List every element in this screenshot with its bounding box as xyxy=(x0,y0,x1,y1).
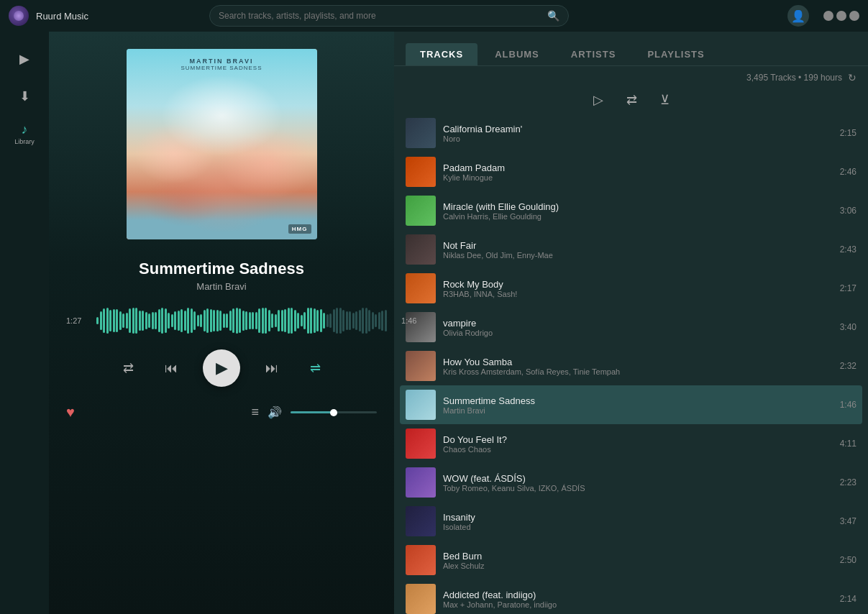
track-duration: 3:40 xyxy=(840,322,856,332)
track-info: Miracle (with Ellie Goulding)Calvin Harr… xyxy=(443,201,833,221)
waveform-bar xyxy=(232,308,234,334)
waveform[interactable] xyxy=(96,306,387,335)
track-item[interactable]: InsanityIsolated3:47 xyxy=(400,502,862,541)
track-item[interactable]: How You SambaKris Kross Amsterdam, Sofía… xyxy=(400,347,862,385)
waveform-bar xyxy=(372,312,374,329)
play-all-button[interactable]: ▷ xyxy=(593,92,603,108)
titlebar: Ruurd Music 🔍 👤 xyxy=(0,0,868,32)
track-duration: 2:15 xyxy=(840,128,856,138)
waveform-bar xyxy=(385,310,387,331)
album-art-image: MARTIN BRAVI SUMMERTIME SADNESS HMG xyxy=(127,49,317,239)
waveform-bar xyxy=(368,310,370,332)
track-count: 3,495 Tracks • 199 hours xyxy=(746,73,842,83)
shuffle-all-button[interactable]: ⇄ xyxy=(626,92,637,108)
tab-tracks[interactable]: TRACKS xyxy=(406,43,478,65)
track-duration: 3:47 xyxy=(840,516,856,526)
next-button[interactable]: ⏭ xyxy=(260,357,283,380)
close-button[interactable] xyxy=(849,11,859,21)
waveform-bar xyxy=(158,309,160,333)
track-info: Rock My BodyR3HAB, INNA, Sash! xyxy=(443,279,833,298)
waveform-bar xyxy=(116,309,118,333)
waveform-bar xyxy=(278,310,280,331)
library-label: Library xyxy=(14,138,35,145)
right-panel: TRACKS ALBUMS ARTISTS PLAYLISTS 3,495 Tr… xyxy=(394,32,868,614)
waveform-bar xyxy=(252,312,254,330)
track-item[interactable]: Rock My BodyR3HAB, INNA, Sash!2:17 xyxy=(400,269,862,308)
refresh-button[interactable]: ↻ xyxy=(848,72,856,83)
titlebar-right: 👤 xyxy=(787,5,859,27)
track-thumbnail xyxy=(406,157,436,187)
waveform-bar xyxy=(213,310,215,331)
waveform-bar xyxy=(119,311,122,331)
track-item[interactable]: Padam PadamKylie Minogue2:46 xyxy=(400,152,862,191)
sidebar-item-library[interactable]: ♪ Library xyxy=(9,118,40,150)
sidebar-item-download[interactable]: ⬇ xyxy=(9,81,40,112)
track-artists: Isolated xyxy=(443,523,833,531)
tab-albums[interactable]: ALBUMS xyxy=(480,43,554,65)
track-list: California Dreamin'Noro2:15Padam PadamKy… xyxy=(394,114,868,614)
sidebar-item-video[interactable]: ▶ xyxy=(9,43,40,75)
track-info: Not FairNiklas Dee, Old Jim, Enny-Mae xyxy=(443,240,833,260)
repeat-button[interactable]: ⇌ xyxy=(303,357,326,380)
tab-playlists[interactable]: PLAYLISTS xyxy=(633,43,718,65)
waveform-bar xyxy=(258,308,260,332)
waveform-bar xyxy=(187,308,189,334)
waveform-bar xyxy=(161,308,163,334)
waveform-bar xyxy=(245,311,247,330)
search-input[interactable] xyxy=(219,11,547,21)
waveform-bar xyxy=(132,308,134,334)
waveform-bar xyxy=(204,310,206,331)
album-artist-text: MARTIN BRAVI xyxy=(127,58,317,65)
waveform-bar xyxy=(314,308,316,333)
track-artists: Olivia Rodrigo xyxy=(443,329,833,337)
track-thumbnail xyxy=(406,429,436,459)
waveform-bar xyxy=(210,309,212,332)
track-artists: Noro xyxy=(443,134,833,143)
track-item[interactable]: Do You Feel It?Chaos Chaos4:11 xyxy=(400,424,862,463)
waveform-bar xyxy=(152,312,154,329)
volume-slider[interactable] xyxy=(291,411,377,413)
track-item[interactable]: WOW (feat. ÁSDÍS)Toby Romeo, Keanu Silva… xyxy=(400,463,862,502)
maximize-button[interactable] xyxy=(836,11,846,21)
track-item[interactable]: Miracle (with Ellie Goulding)Calvin Harr… xyxy=(400,191,862,230)
volume-thumb[interactable] xyxy=(330,409,337,416)
waveform-bar xyxy=(103,308,105,332)
favorite-button[interactable]: ♥ xyxy=(66,404,75,421)
track-item[interactable]: Addicted (feat. indiigo)Max + Johann, Pa… xyxy=(400,579,862,614)
waveform-bar xyxy=(155,312,157,329)
track-item[interactable]: Summertime SadnessMartin Bravi1:46 xyxy=(400,385,862,424)
prev-button[interactable]: ⏮ xyxy=(160,357,183,380)
waveform-bar xyxy=(122,313,124,328)
queue-button[interactable]: ≡ xyxy=(251,405,259,420)
filter-button[interactable]: ⊻ xyxy=(660,92,670,108)
track-item[interactable]: Bed BurnAlex Schulz2:50 xyxy=(400,541,862,579)
waveform-bar xyxy=(223,313,225,327)
tab-artists[interactable]: ARTISTS xyxy=(557,43,631,65)
search-bar[interactable]: 🔍 xyxy=(209,5,569,27)
track-artists: R3HAB, INNA, Sash! xyxy=(443,290,833,298)
track-thumbnail xyxy=(406,118,436,148)
waveform-bar xyxy=(288,308,290,334)
repeat-icon: ⇌ xyxy=(310,360,321,376)
waveform-bar xyxy=(326,314,329,327)
waveform-bar xyxy=(171,314,173,328)
shuffle-button[interactable]: ⇄ xyxy=(117,357,140,380)
waveform-bar xyxy=(178,311,180,331)
waveform-bar xyxy=(375,314,377,327)
waveform-bar xyxy=(320,309,322,331)
track-item[interactable]: California Dreamin'Noro2:15 xyxy=(400,114,862,152)
waveform-bar xyxy=(268,310,270,331)
user-avatar[interactable]: 👤 xyxy=(787,5,809,27)
track-item[interactable]: vampireOlivia Rodrigo3:40 xyxy=(400,308,862,347)
track-item[interactable]: Not FairNiklas Dee, Old Jim, Enny-Mae2:4… xyxy=(400,230,862,269)
track-duration: 2:32 xyxy=(840,361,856,371)
app-logo xyxy=(9,6,29,26)
minimize-button[interactable] xyxy=(823,11,833,21)
track-info: Summertime SadnessMartin Bravi xyxy=(443,395,833,415)
play-button[interactable]: ▶ xyxy=(203,349,240,387)
track-duration: 2:46 xyxy=(840,167,856,177)
track-thumbnail xyxy=(406,273,436,303)
waveform-bar xyxy=(226,313,228,328)
track-duration: 2:23 xyxy=(840,477,856,487)
waveform-bar xyxy=(291,308,293,334)
